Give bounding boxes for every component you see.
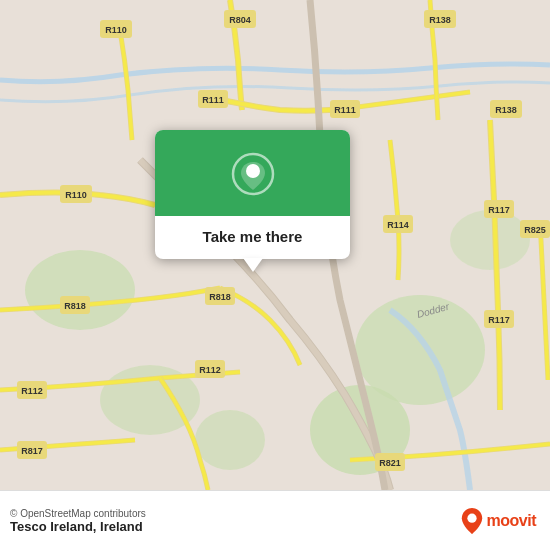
location-label: Tesco Ireland, Ireland [10, 519, 146, 534]
svg-text:R138: R138 [495, 105, 517, 115]
moovit-text: moovit [487, 512, 536, 530]
svg-text:R112: R112 [199, 365, 221, 375]
svg-point-6 [195, 410, 265, 470]
map-popup: Take me there [155, 130, 350, 259]
svg-text:R111: R111 [334, 105, 356, 115]
svg-text:R110: R110 [105, 25, 127, 35]
map-container: R804 R110 R110 R111 R111 R138 R138 R117 … [0, 0, 550, 490]
location-pin-icon [231, 152, 275, 196]
svg-text:R110: R110 [65, 190, 87, 200]
svg-point-44 [467, 513, 476, 522]
moovit-logo: moovit [461, 508, 536, 534]
svg-text:R117: R117 [488, 315, 510, 325]
popup-tail [243, 258, 263, 272]
svg-point-1 [25, 250, 135, 330]
svg-text:R821: R821 [379, 458, 401, 468]
footer-bar: © OpenStreetMap contributors Tesco Irela… [0, 490, 550, 550]
svg-text:R817: R817 [21, 446, 43, 456]
svg-text:R138: R138 [429, 15, 451, 25]
popup-green-area [155, 130, 350, 216]
svg-text:R818: R818 [209, 292, 231, 302]
svg-text:R114: R114 [387, 220, 409, 230]
svg-text:R117: R117 [488, 205, 510, 215]
svg-point-5 [450, 210, 530, 270]
svg-text:R818: R818 [64, 301, 86, 311]
moovit-logo-icon [461, 508, 483, 534]
svg-text:R804: R804 [229, 15, 251, 25]
svg-text:R111: R111 [202, 95, 224, 105]
svg-text:R825: R825 [524, 225, 546, 235]
osm-attribution: © OpenStreetMap contributors [10, 508, 146, 519]
svg-text:R112: R112 [21, 386, 43, 396]
take-me-there-button[interactable]: Take me there [187, 216, 319, 259]
